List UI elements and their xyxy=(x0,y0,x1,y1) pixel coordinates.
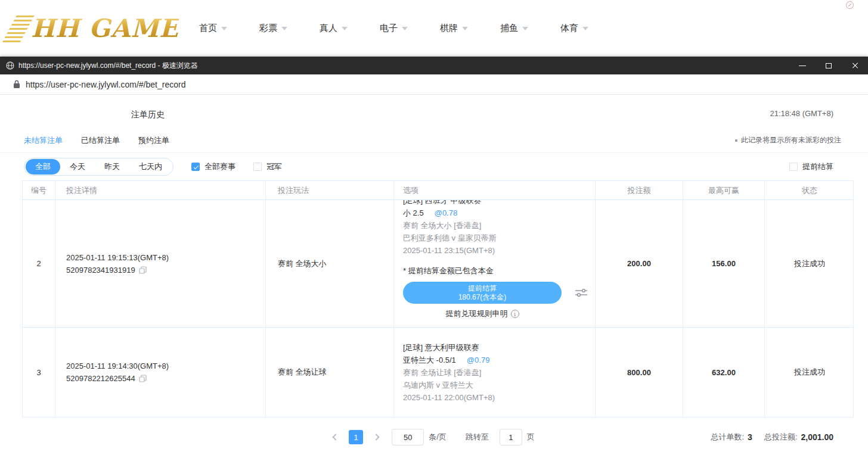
chevron-down-icon xyxy=(342,27,348,30)
header-detail: 投注详情 xyxy=(55,181,266,200)
nav-label: 棋牌 xyxy=(440,23,458,34)
nav-label: 电子 xyxy=(380,23,398,34)
maximize-button[interactable] xyxy=(816,57,842,74)
date-filter-all[interactable]: 全部 xyxy=(26,159,60,174)
logo-stripes-icon xyxy=(2,15,35,42)
lock-icon xyxy=(13,80,20,89)
header-no: 编号 xyxy=(23,181,55,200)
tabs-row: 未结算注单 已结算注单 预约注单 此记录将显示所有未派彩的投注 xyxy=(0,128,868,153)
table-row: 2 2025-01-11 19:15:13(GMT+8) 52097823419… xyxy=(23,200,853,328)
chevron-down-icon xyxy=(462,27,468,30)
checkbox-checked-icon[interactable] xyxy=(191,163,200,171)
nav-item-sports[interactable]: 体育 xyxy=(560,23,588,34)
cashout-button[interactable]: 提前结算 180.67(含本金) xyxy=(403,282,562,304)
table-header-row: 编号 投注详情 投注玩法 选项 投注额 最高可赢 状态 xyxy=(23,181,853,200)
page-title: 注单历史 xyxy=(131,110,165,120)
chevron-down-icon xyxy=(402,27,408,30)
tab-unsettled[interactable]: 未结算注单 xyxy=(24,135,63,146)
pagination-row: 1 条/页 跳转至 页 总计单数: 3 总投注额: 2,001.00 xyxy=(0,417,868,455)
totals: 总计单数: 3 总投注额: 2,001.00 xyxy=(711,432,833,442)
chevron-down-icon xyxy=(582,27,588,30)
nav-item-cards[interactable]: 棋牌 xyxy=(440,23,468,34)
cashout-rule-link[interactable]: 提前兑现规则申明 xyxy=(403,308,562,319)
site-logo[interactable]: HH GAME xyxy=(10,14,182,43)
option-match: 乌迪内斯 v 亚特兰大 xyxy=(403,379,473,391)
row-amount: 800.00 xyxy=(596,328,683,417)
header-maxwin: 最高可赢 xyxy=(683,181,765,200)
tab-settled[interactable]: 已结算注单 xyxy=(81,135,120,146)
option-market: 赛前 全场大小 [香港盘] xyxy=(403,219,481,232)
browser-window: https://user-pc-new.jylywl.com/#/bet_rec… xyxy=(0,57,868,455)
row-detail: 2025-01-11 19:15:13(GMT+8) 5209782341931… xyxy=(55,200,266,327)
early-settle-checkbox[interactable]: 提前结算 xyxy=(789,161,833,172)
cashout-button-amount: 180.67(含本金) xyxy=(458,293,507,302)
odds-value: @0.78 xyxy=(435,208,458,217)
nav-item-fishing[interactable]: 捕鱼 xyxy=(500,23,528,34)
header-play: 投注玩法 xyxy=(266,181,394,200)
nav-label: 彩票 xyxy=(259,23,277,34)
tune-slider-icon[interactable] xyxy=(575,288,588,297)
chevron-down-icon xyxy=(221,27,227,30)
notice-text: 此记录将显示所有未派彩的投注 xyxy=(741,135,841,145)
option-selection: 亚特兰大 -0.5/1@0.79 xyxy=(403,354,489,366)
checkbox-unchecked-icon[interactable] xyxy=(789,163,798,171)
all-events-checkbox[interactable]: 全部赛事 xyxy=(191,161,235,172)
row-option: [足球] 意大利甲级联赛 亚特兰大 -0.5/1@0.79 赛前 全场让球 [香… xyxy=(394,328,596,417)
all-events-label: 全部赛事 xyxy=(204,161,235,172)
option-selection: 小 2.5@0.78 xyxy=(403,207,457,219)
header-status: 状态 xyxy=(765,181,854,200)
nav-item-lottery[interactable]: 彩票 xyxy=(259,23,287,34)
window-title: https://user-pc-new.jylywl.com/#/bet_rec… xyxy=(18,61,198,71)
option-league: [足球] 意大利甲级联赛 xyxy=(403,341,479,354)
date-filter-7days[interactable]: 七天内 xyxy=(129,159,172,174)
odds-value: @0.79 xyxy=(467,356,490,364)
info-icon xyxy=(511,310,519,318)
nav-item-slots[interactable]: 电子 xyxy=(380,23,408,34)
total-amount-label: 总投注额: xyxy=(764,432,798,442)
row-no: 3 xyxy=(23,328,55,417)
window-controls xyxy=(789,57,868,74)
current-page-button[interactable]: 1 xyxy=(349,430,363,444)
minimize-button[interactable] xyxy=(789,57,816,74)
browser-title-bar: https://user-pc-new.jylywl.com/#/bet_rec… xyxy=(0,57,868,74)
minimize-icon xyxy=(799,66,806,66)
date-filter-yesterday[interactable]: 昨天 xyxy=(95,159,129,174)
url-text[interactable]: https://user-pc-new.jylywl.com/#/bet_rec… xyxy=(26,80,185,89)
tab-reserved[interactable]: 预约注单 xyxy=(138,135,169,146)
option-match-time: 2025-01-11 23:15(GMT+8) xyxy=(403,244,495,257)
prev-page-button[interactable] xyxy=(333,434,339,440)
table-row: 3 2025-01-11 19:14:30(GMT+8) 52097822126… xyxy=(23,328,853,417)
next-page-button[interactable] xyxy=(373,434,380,440)
main-nav: 首页 彩票 真人 电子 棋牌 捕鱼 体育 xyxy=(199,23,588,34)
copy-icon[interactable] xyxy=(139,266,147,274)
header-option: 选项 xyxy=(394,181,596,200)
close-icon xyxy=(851,62,858,69)
nav-item-live[interactable]: 真人 xyxy=(320,23,348,34)
nav-label: 体育 xyxy=(560,23,578,34)
champion-checkbox[interactable]: 冠军 xyxy=(253,161,282,172)
nav-label: 首页 xyxy=(199,23,217,34)
nav-item-home[interactable]: 首页 xyxy=(199,23,227,34)
jump-page-input[interactable] xyxy=(500,429,522,445)
checkbox-unchecked-icon[interactable] xyxy=(253,163,262,171)
row-status: 投注成功 xyxy=(765,200,854,327)
champion-label: 冠军 xyxy=(266,161,282,172)
bet-table: 编号 投注详情 投注玩法 选项 投注额 最高可赢 状态 2 2025-01-11… xyxy=(22,180,854,417)
site-header: HH GAME 首页 彩票 真人 电子 棋牌 捕鱼 体育 xyxy=(0,0,868,57)
address-bar: https://user-pc-new.jylywl.com/#/bet_rec… xyxy=(0,74,868,95)
copy-icon[interactable] xyxy=(139,375,147,382)
row-option: [足球] 西班牙 甲级联赛 小 2.5@0.78 赛前 全场大小 [香港盘] 巴… xyxy=(394,200,596,327)
cashout-rule-text: 提前兑现规则申明 xyxy=(446,308,508,319)
row-detail: 2025-01-11 19:14:30(GMT+8) 5209782212625… xyxy=(55,328,266,417)
row-maxwin: 632.00 xyxy=(683,328,765,417)
header-amount: 投注额 xyxy=(596,181,683,200)
bet-time: 2025-01-11 19:14:30(GMT+8) xyxy=(66,361,169,370)
row-no: 2 xyxy=(23,200,55,327)
cashout-note: * 提前结算金额已包含本金 xyxy=(403,264,494,277)
early-settle-label: 提前结算 xyxy=(802,161,833,172)
page-size-input[interactable] xyxy=(392,429,424,445)
notice: 此记录将显示所有未派彩的投注 xyxy=(735,135,841,145)
filter-row: 全部 今天 昨天 七天内 全部赛事 冠军 提前结算 xyxy=(0,153,868,180)
date-filter-today[interactable]: 今天 xyxy=(60,159,95,174)
close-button[interactable] xyxy=(842,57,868,74)
